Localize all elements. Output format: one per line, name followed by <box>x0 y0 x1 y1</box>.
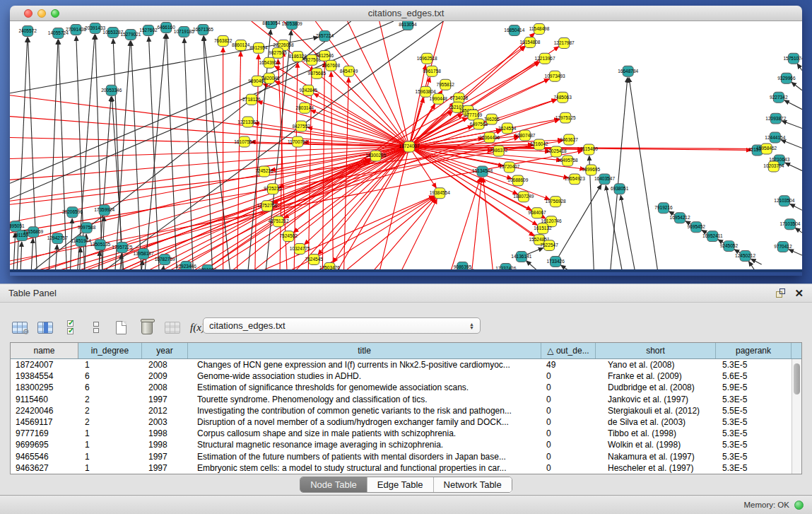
network-edge[interactable] <box>10 146 533 205</box>
network-node[interactable]: 1527602 <box>139 25 158 35</box>
network-node[interactable]: 16648784 <box>618 66 638 76</box>
select-columns-checklist-icon[interactable] <box>61 317 80 337</box>
row-options-icon[interactable] <box>86 317 105 337</box>
network-node[interactable]: 16403547 <box>594 174 615 185</box>
network-edge[interactable] <box>620 195 635 272</box>
network-node[interactable]: 8912954 <box>249 42 268 53</box>
network-node[interactable]: 16107554 <box>234 136 254 147</box>
column-header-year[interactable]: year <box>142 343 188 358</box>
network-node[interactable]: 15279021 <box>120 29 141 40</box>
network-node[interactable]: 19654923 <box>565 174 585 185</box>
table-row[interactable]: 977716911998Corpus callosum shape and si… <box>11 428 801 439</box>
network-node[interactable]: 9086395 <box>454 262 472 272</box>
network-node[interactable]: 12444154 <box>765 132 785 143</box>
network-edge[interactable] <box>10 147 409 180</box>
network-edge[interactable] <box>237 52 241 272</box>
network-node[interactable]: 10688609 <box>507 175 528 186</box>
network-edge[interactable] <box>315 197 434 272</box>
network-node[interactable]: 7857224 <box>316 30 334 41</box>
table-selector-dropdown[interactable]: citations_edges.txt ▲▼ <box>203 317 481 334</box>
network-edge[interactable] <box>790 204 802 210</box>
network-edge[interactable] <box>782 121 802 129</box>
network-node[interactable]: 7663822 <box>214 35 233 46</box>
network-node[interactable]: 12093872 <box>765 113 786 124</box>
network-edge[interactable] <box>611 78 628 272</box>
create-new-table-icon[interactable] <box>112 317 131 337</box>
network-edge[interactable] <box>401 199 437 272</box>
network-node[interactable]: 11548498 <box>529 23 550 34</box>
network-node[interactable]: 10719185 <box>174 26 194 37</box>
network-edge[interactable] <box>70 218 72 272</box>
network-edge[interactable] <box>99 251 100 272</box>
memory-ok-indicator[interactable] <box>794 501 804 510</box>
network-node[interactable]: 3624554 <box>498 123 517 134</box>
network-node[interactable]: 7955812 <box>437 79 455 90</box>
network-edge[interactable] <box>80 247 81 272</box>
network-node[interactable]: 9899695 <box>582 165 601 175</box>
close-panel-icon[interactable]: ✕ <box>794 288 804 298</box>
network-node[interactable]: 12217987 <box>554 37 575 48</box>
network-node[interactable]: 9463627 <box>560 134 579 145</box>
network-node[interactable]: 9770412 <box>774 242 792 252</box>
network-node[interactable]: 18807249 <box>513 192 534 202</box>
network-node[interactable]: 6961758 <box>423 66 441 76</box>
table-row[interactable]: 946554611997Estimation of the future num… <box>11 451 801 462</box>
network-edge[interactable] <box>606 185 622 272</box>
table-row[interactable]: 2242004622012Investigating the contribut… <box>11 405 801 416</box>
network-edge[interactable] <box>184 38 194 272</box>
network-edge[interactable] <box>785 163 802 170</box>
network-node[interactable]: 16782759 <box>155 255 175 265</box>
network-edge[interactable] <box>792 82 802 90</box>
network-node[interactable]: 17103504 <box>779 219 800 230</box>
column-header-short[interactable]: short <box>596 343 716 358</box>
network-node[interactable]: 16954212 <box>670 213 690 223</box>
network-edge[interactable] <box>512 271 516 272</box>
network-edge[interactable] <box>163 266 164 272</box>
network-edge[interactable] <box>749 262 756 272</box>
network-node[interactable]: 16495758 <box>558 156 578 166</box>
network-edge[interactable] <box>784 100 802 110</box>
table-row[interactable]: 1872400712008Changes of HCN gene express… <box>11 359 801 370</box>
network-node[interactable]: 16154808 <box>519 37 540 47</box>
network-node[interactable]: 16543912 <box>259 57 279 68</box>
network-node[interactable]: 6938051 <box>611 184 629 194</box>
network-edge[interactable] <box>141 260 143 272</box>
table-row[interactable]: 1830029562008Estimation of significance … <box>11 382 801 393</box>
float-panel-icon[interactable] <box>776 288 786 298</box>
column-header-pagerank[interactable]: pagerank <box>716 343 792 358</box>
network-node[interactable]: 7485063 <box>553 92 572 103</box>
network-edge[interactable] <box>191 159 370 272</box>
table-row[interactable]: 911546021997Tourette syndrome. Phenomeno… <box>11 394 801 405</box>
table-row[interactable]: 969969511998Structural magnetic resonanc… <box>11 439 801 450</box>
network-edge[interactable] <box>167 34 177 272</box>
tab-node-table[interactable]: Node Table <box>300 477 367 492</box>
network-edge[interactable] <box>797 64 802 71</box>
column-header-name[interactable]: name <box>11 343 78 358</box>
network-edge[interactable] <box>789 250 802 255</box>
network-svg[interactable]: 2405572140557242709143620391433106532871… <box>10 21 802 272</box>
table-settings-icon[interactable]: ⚙ <box>10 317 29 337</box>
network-edge[interactable] <box>555 185 601 262</box>
network-node[interactable]: 19756928 <box>546 197 566 207</box>
network-node[interactable]: 2405572 <box>18 25 37 36</box>
network-node[interactable]: 16053809 <box>282 21 302 29</box>
network-edge[interactable] <box>450 177 481 272</box>
network-edge[interactable] <box>469 269 476 272</box>
network-edge[interactable] <box>252 21 409 147</box>
network-node[interactable]: 9329966 <box>777 73 796 83</box>
network-node[interactable]: 8613054 <box>399 21 417 30</box>
network-edge[interactable] <box>781 140 802 148</box>
network-node[interactable]: 20364436 <box>479 132 500 143</box>
network-node[interactable]: 10324775 <box>290 244 310 255</box>
network-edge[interactable] <box>561 265 572 272</box>
network-node[interactable]: 12213363 <box>237 117 258 127</box>
network-edge[interactable] <box>20 242 22 272</box>
network-node[interactable]: 8813054 <box>262 21 281 28</box>
network-node[interactable]: 9684067 <box>528 208 546 218</box>
network-edge[interactable] <box>379 21 409 147</box>
network-edge[interactable] <box>483 177 493 272</box>
network-edge[interactable] <box>311 110 409 147</box>
network-node[interactable]: 20053346 <box>101 85 122 95</box>
network-node[interactable]: 11451944 <box>71 236 91 247</box>
network-node[interactable]: 27091436 <box>66 24 86 35</box>
